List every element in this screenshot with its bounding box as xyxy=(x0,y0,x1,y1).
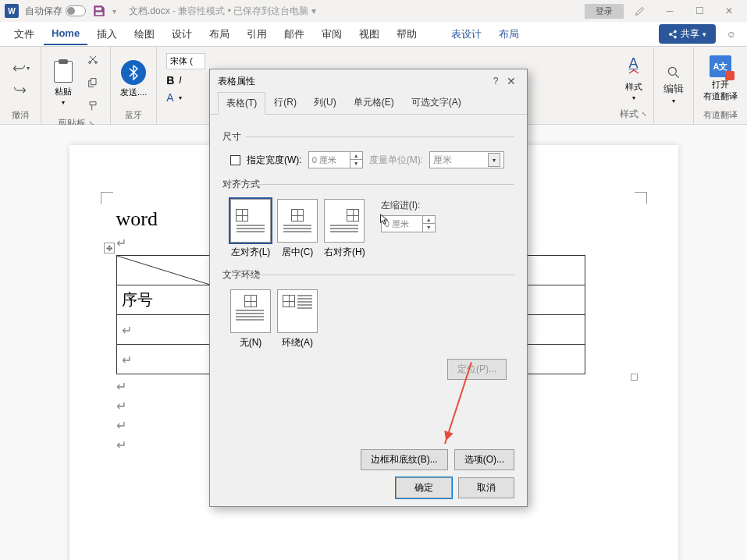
ribbon-group-undo: ▾ 撤消 xyxy=(0,47,41,124)
dialog-tabs: 表格(T) 行(R) 列(U) 单元格(E) 可选文字(A) xyxy=(210,93,527,115)
bluetooth-send-button[interactable]: 发送.... xyxy=(117,57,150,101)
title-bar: W 自动保存 ▾ 文档.docx - 兼容性模式 • 已保存到这台电脑 ▾ 登录… xyxy=(0,0,747,22)
youdao-label: 有道翻译 xyxy=(703,108,738,121)
close-button[interactable]: ✕ xyxy=(716,2,742,20)
ribbon-group-font: 宋体 ( B I A ▾ xyxy=(157,47,215,124)
save-icon[interactable] xyxy=(92,4,106,18)
menu-layout[interactable]: 布局 xyxy=(201,23,237,46)
ok-button[interactable]: 确定 xyxy=(396,477,452,498)
unit-label: 度量单位(M): xyxy=(369,154,423,167)
ribbon-group-edit: 编辑 ▾ xyxy=(654,47,694,124)
table-properties-dialog: 表格属性 ? ✕ 表格(T) 行(R) 列(U) 单元格(E) 可选文字(A) … xyxy=(209,69,528,507)
menu-table-design[interactable]: 表设计 xyxy=(443,23,489,46)
tab-row[interactable]: 行(R) xyxy=(265,91,305,114)
menu-bar: 文件 Home 插入 绘图 设计 布局 引用 邮件 审阅 视图 帮助 表设计 布… xyxy=(0,22,747,47)
table-cell[interactable] xyxy=(116,256,210,285)
wrap-section-label: 文字环绕 xyxy=(222,268,514,282)
table-cell[interactable]: ↵ xyxy=(116,315,210,345)
ribbon-group-styles: A 样式 ▾ 样式⤡ xyxy=(614,47,654,124)
table-cell[interactable]: ↵ xyxy=(116,345,210,374)
options-button[interactable]: 选项(O)... xyxy=(454,449,514,470)
italic-button[interactable]: I xyxy=(179,75,181,86)
feedback-icon[interactable]: ☺ xyxy=(722,25,741,44)
menu-refs[interactable]: 引用 xyxy=(239,23,275,46)
menu-table-layout[interactable]: 布局 xyxy=(491,23,527,46)
format-painter-icon[interactable] xyxy=(82,97,104,115)
dialog-close-button[interactable]: ✕ xyxy=(503,75,519,87)
chevron-down-icon: ▾ xyxy=(488,153,500,167)
table-cell[interactable]: 序号 xyxy=(116,285,210,315)
spin-up[interactable]: ▲ xyxy=(422,216,435,224)
bluetooth-label: 蓝牙 xyxy=(125,108,142,121)
specify-width-checkbox[interactable] xyxy=(230,155,240,165)
minimize-button[interactable]: ─ xyxy=(656,2,683,20)
align-right-option[interactable]: 右对齐(H) xyxy=(324,199,365,259)
table-move-handle[interactable]: ✥ xyxy=(104,243,115,253)
dialog-titlebar[interactable]: 表格属性 ? ✕ xyxy=(210,69,527,93)
dialog-launcher-icon[interactable]: ⤡ xyxy=(642,111,647,118)
styles-group-label: 样式 xyxy=(620,108,639,121)
spin-up[interactable]: ▲ xyxy=(350,152,362,160)
menu-draw[interactable]: 绘图 xyxy=(126,23,162,46)
paste-button[interactable]: 粘贴 ▾ xyxy=(48,56,79,109)
spin-down[interactable]: ▼ xyxy=(350,160,362,168)
size-section-label: 尺寸 xyxy=(222,130,514,144)
word-app-icon: W xyxy=(5,4,19,18)
styles-button[interactable]: A 样式 ▾ xyxy=(622,52,646,105)
edit-button[interactable]: 编辑 ▾ xyxy=(660,62,687,108)
share-button[interactable]: 共享 ▾ xyxy=(659,24,716,44)
spin-down[interactable]: ▼ xyxy=(422,224,435,232)
help-button[interactable]: ? xyxy=(488,76,503,87)
indent-label: 左缩进(I): xyxy=(381,199,436,212)
dialog-title: 表格属性 xyxy=(218,75,488,88)
tab-column[interactable]: 列(U) xyxy=(305,91,345,114)
text-effects-button[interactable]: A xyxy=(166,91,173,104)
align-section-label: 对齐方式 xyxy=(222,178,514,191)
ribbon-group-youdao: A文 打开 有道翻译 有道翻译 xyxy=(694,47,747,124)
login-button[interactable]: 登录 xyxy=(585,4,624,19)
menu-insert[interactable]: 插入 xyxy=(89,23,125,46)
width-input[interactable]: 0 厘米 ▲▼ xyxy=(308,151,363,168)
align-center-option[interactable]: 居中(C) xyxy=(277,199,318,259)
menu-file[interactable]: 文件 xyxy=(6,23,42,46)
align-left-option[interactable]: 左对齐(L) xyxy=(230,199,271,259)
specify-width-label: 指定宽度(W): xyxy=(247,154,302,167)
document-title: 文档.docx - 兼容性模式 • 已保存到这台电脑 ▾ xyxy=(129,5,578,18)
copy-icon[interactable] xyxy=(82,73,104,92)
tab-table[interactable]: 表格(T) xyxy=(218,92,265,115)
toggle-switch[interactable] xyxy=(66,5,86,16)
tab-cell[interactable]: 单元格(E) xyxy=(345,91,403,114)
menu-review[interactable]: 审阅 xyxy=(314,23,350,46)
youdao-icon: A文 xyxy=(710,55,731,77)
autosave-toggle[interactable]: 自动保存 xyxy=(25,5,86,18)
dialog-body: 尺寸 指定宽度(W): 0 厘米 ▲▼ 度量单位(M): 厘米 ▾ 对齐方式 左… xyxy=(210,115,527,392)
dropdown-icon[interactable]: ▾ xyxy=(112,7,116,16)
unit-combo[interactable]: 厘米 ▾ xyxy=(429,151,504,168)
menu-design[interactable]: 设计 xyxy=(164,23,200,46)
pen-icon[interactable] xyxy=(627,2,653,20)
wrap-around-option[interactable]: 环绕(A) xyxy=(277,289,318,349)
ribbon-group-bluetooth: 发送.... 蓝牙 xyxy=(111,47,157,124)
redo-button[interactable] xyxy=(9,80,31,99)
menu-help[interactable]: 帮助 xyxy=(389,23,425,46)
cut-icon[interactable] xyxy=(82,50,104,69)
menu-home[interactable]: Home xyxy=(44,23,87,45)
tab-alt-text[interactable]: 可选文字(A) xyxy=(403,91,470,114)
position-button: 定位(P)... xyxy=(447,359,507,380)
font-name-combo[interactable]: 宋体 ( xyxy=(166,53,205,69)
table-resize-handle[interactable] xyxy=(631,374,638,381)
menu-view[interactable]: 视图 xyxy=(351,23,387,46)
menu-mail[interactable]: 邮件 xyxy=(276,23,312,46)
margin-corner xyxy=(635,192,647,204)
cancel-button[interactable]: 取消 xyxy=(458,477,514,498)
margin-corner xyxy=(101,192,113,204)
indent-input[interactable]: 0 厘米 ▲▼ xyxy=(381,215,436,232)
maximize-button[interactable]: ☐ xyxy=(686,2,713,20)
ribbon-group-clipboard: 粘贴 ▾ 剪贴板⤡ xyxy=(41,47,111,124)
search-icon xyxy=(666,65,681,80)
bold-button[interactable]: B xyxy=(166,74,174,87)
wrap-none-option[interactable]: 无(N) xyxy=(230,289,271,349)
youdao-button[interactable]: A文 打开 有道翻译 xyxy=(700,52,741,105)
undo-button[interactable]: ▾ xyxy=(9,58,31,77)
borders-shading-button[interactable]: 边框和底纹(B)... xyxy=(361,449,448,470)
